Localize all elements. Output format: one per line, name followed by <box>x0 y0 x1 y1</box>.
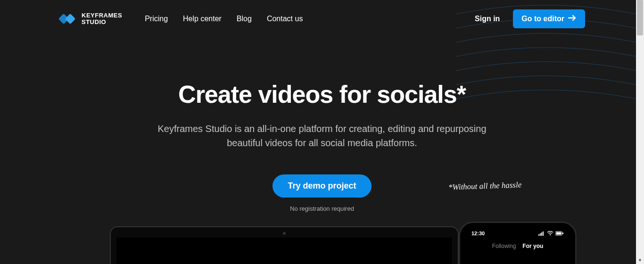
nav-contact[interactable]: Contact us <box>267 15 303 23</box>
signal-icon <box>538 231 545 236</box>
phone-tab-following[interactable]: Following <box>492 243 516 249</box>
svg-rect-4 <box>540 233 541 236</box>
header-actions: Sign in Go to editor <box>475 9 585 28</box>
laptop-camera-icon <box>283 232 286 235</box>
device-mockups: 12:30 <box>86 222 558 264</box>
cta-label: Go to editor <box>521 15 564 23</box>
phone-mockup: 12:30 <box>459 222 577 264</box>
battery-icon <box>555 231 564 236</box>
phone-tab-foryou[interactable]: For you <box>522 243 543 249</box>
logo-text: KEYFRAMES STUDIO <box>82 12 122 26</box>
phone-time: 12:30 <box>471 231 485 236</box>
scrollbar-down-arrow-icon[interactable]: ▼ <box>636 256 644 264</box>
svg-rect-5 <box>541 232 542 236</box>
svg-point-7 <box>550 234 551 235</box>
svg-rect-1 <box>65 14 76 25</box>
laptop-screen <box>116 238 452 264</box>
nav-help-center[interactable]: Help center <box>183 15 222 23</box>
nav-pricing[interactable]: Pricing <box>145 15 168 23</box>
svg-rect-9 <box>556 232 561 235</box>
hero-subtitle: Keyframes Studio is an all-in-one platfo… <box>143 122 501 150</box>
hero-note: No registration required <box>0 205 644 212</box>
scrollbar-thumb[interactable] <box>637 0 643 35</box>
svg-rect-3 <box>538 234 539 236</box>
main-nav: Pricing Help center Blog Contact us <box>145 15 303 23</box>
svg-rect-10 <box>562 232 563 234</box>
try-demo-button[interactable]: Try demo project <box>272 174 371 198</box>
header: KEYFRAMES STUDIO Pricing Help center Blo… <box>0 0 644 38</box>
hero-annotation: *Without all the hassle <box>448 180 521 192</box>
laptop-mockup <box>110 226 459 264</box>
arrow-right-icon <box>568 15 577 23</box>
hero: Create videos for socials* Keyframes Stu… <box>0 38 644 212</box>
logo[interactable]: KEYFRAMES STUDIO <box>59 12 122 26</box>
signin-link[interactable]: Sign in <box>475 15 500 23</box>
svg-rect-6 <box>543 231 544 236</box>
phone-tabs: Following For you <box>463 238 572 249</box>
nav-blog[interactable]: Blog <box>237 15 252 23</box>
phone-status-bar: 12:30 <box>463 226 572 238</box>
scrollbar[interactable]: ▼ <box>636 0 644 264</box>
wifi-icon <box>547 231 553 236</box>
logo-icon <box>59 12 78 26</box>
phone-status-icons <box>538 231 564 236</box>
hero-title: Create videos for socials* <box>0 80 644 108</box>
go-to-editor-button[interactable]: Go to editor <box>513 9 585 28</box>
